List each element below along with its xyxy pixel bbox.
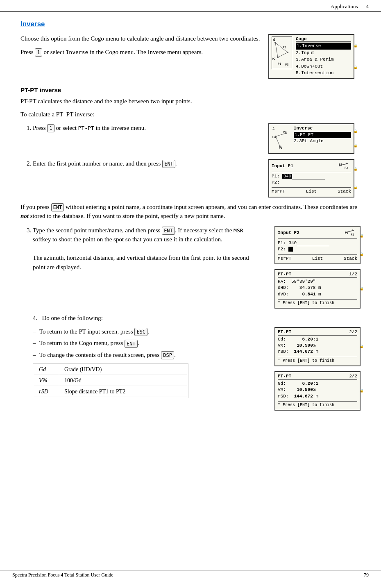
stack-softkey-p2[interactable]: Stack [344, 256, 357, 262]
ent-key-cogo: ENT [125, 340, 138, 348]
svg-text:P3: P3 [285, 63, 288, 66]
list-softkey[interactable]: List [306, 188, 317, 195]
svg-point-9 [287, 52, 288, 53]
section-title: Inverse [20, 20, 361, 28]
substep-dsp: To change the contents of the result scr… [33, 350, 260, 360]
def-value-rsd: Slope distance PT1 to PT2 [59, 387, 187, 397]
ptpt1-title: PT-PT [278, 272, 291, 277]
cogo-menu-item-4[interactable]: 4.Down+Out [296, 63, 351, 70]
svg-point-8 [274, 42, 276, 43]
main-content: Inverse Choose this option from the Cogo… [0, 12, 381, 440]
svg-marker-21 [346, 163, 348, 164]
inverse-item-ptpt[interactable]: 1.PT-PT [294, 132, 351, 138]
pt-pt-2a-screen: PT-PT 2/2 Gd: 6.20:1 V%: 10.500% rSD: 14… [274, 327, 361, 366]
svg-text:P1: P1 [278, 62, 281, 66]
cogo-menu-item-5[interactable]: 5.Intersection [296, 70, 351, 77]
ptpt1-footer: * Press [ENT] to finish [278, 299, 357, 306]
rsd-line-a: rSD: 144.672 m [278, 349, 357, 355]
footer-page-number: 79 [364, 572, 369, 578]
step4-section: To return to the PT input screen, press … [20, 327, 361, 411]
intro-paragraph: Choose this option from the Cogo menu to… [20, 34, 260, 43]
note-paragraph: If you press ENT without entering a poin… [20, 202, 361, 221]
svg-text:P1: P1 [345, 232, 348, 235]
cogo-menu-title: Cogo [296, 36, 351, 42]
pt-pt-2b-screen: PT-PT 2/2 Gd: 6.20:1 V%: 10.500% rSD: 14… [274, 371, 361, 411]
ent-key-note: ENT [51, 203, 64, 211]
svg-point-19 [279, 145, 281, 147]
definition-table: Gd Grade (HD/VD) V% 100/Gd rSD Slope dis… [33, 363, 188, 398]
def-term-vp: V% [34, 376, 59, 386]
step-1: Press 1 or select PT-PT in the Inverse m… [33, 123, 260, 133]
p2-p1-value: P1: 340 [278, 240, 357, 246]
def-row-gd: Gd Grade (HD/VD) [34, 365, 187, 375]
substep-ent: To return to the Cogo menu, press ENT. [33, 338, 260, 348]
step-3: Type the second point number/name, and t… [33, 226, 260, 272]
vp-line-b: V%: 10.500% [278, 387, 357, 393]
key-1: 1 [35, 48, 42, 57]
substep-esc: To return to the PT input screen, press … [33, 327, 260, 336]
ptpt1-page: 1/2 [349, 272, 357, 277]
substeps-list: To return to the PT input screen, press … [33, 327, 260, 360]
list-softkey-p2[interactable]: List [312, 256, 323, 262]
svg-point-10 [277, 57, 279, 58]
def-row-rsd: rSD Slope distance PT1 to PT2 [34, 387, 187, 397]
svg-line-4 [275, 43, 278, 57]
input-p2-title: Input P2 [278, 230, 299, 235]
intro-text-block: Choose this option from the Cogo menu to… [20, 34, 260, 61]
gd-line-b: Gd: 6.20:1 [278, 381, 357, 387]
cogo-menu-item-2[interactable]: 2.Input [296, 50, 351, 57]
inverse-item-3ptangle[interactable]: 2.3Pt Angle [294, 138, 351, 144]
msrpt-softkey[interactable]: MsrPT [272, 188, 285, 195]
vp-line-a: V%: 10.500% [278, 343, 357, 349]
svg-text:P2: P2 [283, 46, 286, 49]
step1-section: Press 1 or select PT-PT in the Inverse m… [20, 123, 361, 154]
intro-section: Choose this option from the Cogo menu to… [20, 34, 361, 79]
page-footer: Spectra Precision Focus 4 Total Station … [0, 570, 381, 580]
svg-text:P1: P1 [339, 163, 342, 166]
input-p2-softkeys: MsrPT List Stack [278, 254, 357, 262]
pt-pt-1-screen: PT-PT 1/2 HA: 58°39'29" dHD: 34.578 m dV… [274, 269, 361, 309]
msrpt-softkey-p2[interactable]: MsrPT [278, 256, 291, 262]
input-p1-screen-wrap: Input P1 P2 P1 P1: 340 P2: [268, 159, 361, 198]
esc-key: ESC [134, 328, 147, 336]
input-p1-title: Input P1 [272, 163, 293, 168]
step3-section: Type the second point number/name, and t… [20, 226, 361, 309]
svg-line-5 [278, 52, 288, 57]
def-value-gd: Grade (HD/VD) [59, 365, 187, 375]
svg-point-18 [285, 132, 287, 134]
subsection-ptpt-title: PT-PT inverse [20, 86, 361, 93]
ptpt2a-title: PT-PT [278, 329, 291, 334]
cogo-menu-item-1[interactable]: 1.Inverse [296, 43, 351, 50]
input-p1-screen: Input P1 P2 P1 P1: 340 P2: [268, 159, 354, 198]
step3-list: Type the second point number/name, and t… [33, 226, 260, 272]
dvd-line: dVD: 0.841 m [278, 291, 357, 297]
cogo-menu-items: Cogo 1.Inverse 2.Input 3.Area & Perim 4.… [296, 36, 351, 77]
p2-p2-value: P2: [278, 246, 357, 252]
step4-text: To return to the PT input screen, press … [20, 327, 260, 403]
svg-text:4: 4 [273, 38, 275, 42]
step2-list: Enter the first point number or name, an… [33, 159, 260, 168]
input-p2-screen: Input P2 P2 P1 P1: 340 P2: [274, 226, 361, 264]
def-row-vp: V% 100/Gd [34, 376, 187, 386]
cogo-menu-item-3[interactable]: 3.Area & Perim [296, 56, 351, 63]
def-term-gd: Gd [34, 365, 59, 375]
svg-text:P2: P2 [351, 233, 354, 236]
steps-list: Press 1 or select PT-PT in the Inverse m… [33, 123, 260, 133]
ptpt2b-page: 2/2 [349, 374, 357, 379]
step3-text: Type the second point number/name, and t… [20, 226, 260, 277]
stack-softkey[interactable]: Stack [338, 188, 351, 195]
svg-text:P2: P2 [345, 166, 348, 170]
step-2: Enter the first point number or name, an… [33, 159, 260, 168]
step3-ent-key: ENT [162, 227, 175, 235]
svg-line-15 [276, 136, 280, 146]
svg-point-17 [275, 136, 277, 137]
step2-section: Enter the first point number or name, an… [20, 159, 361, 198]
inverse-menu-items: Inverse 1.PT-PT 2.3Pt Angle [294, 126, 351, 152]
header-page-number: 4 [366, 3, 369, 10]
ptpt2a-page: 2/2 [349, 329, 357, 334]
def-value-vp: 100/Gd [59, 376, 187, 386]
svg-marker-26 [352, 229, 354, 231]
page-header: Applications 4 [0, 0, 381, 12]
step1-key: 1 [47, 124, 54, 132]
dsp-key: DSP [161, 351, 174, 359]
